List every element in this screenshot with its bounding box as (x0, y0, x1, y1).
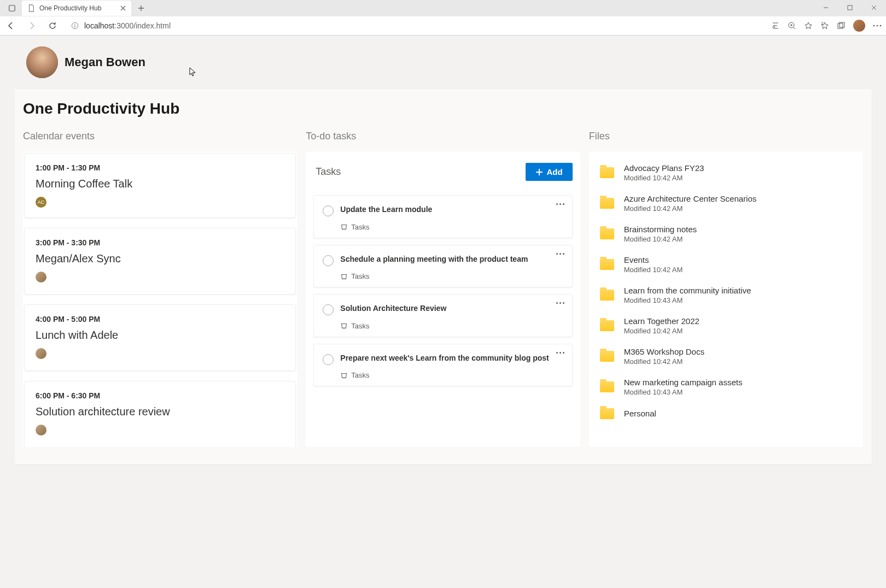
event-card[interactable]: 4:00 PM - 5:00 PM Lunch with Adele (24, 304, 296, 371)
user-header: Megan Bowen (0, 46, 886, 89)
file-name: Personal (624, 409, 656, 418)
user-name: Megan Bowen (65, 55, 145, 69)
zoom-icon[interactable] (788, 21, 796, 30)
site-info-icon[interactable] (71, 22, 79, 30)
task-complete-toggle[interactable] (323, 304, 334, 315)
event-title: Morning Coffee Talk (36, 178, 284, 190)
files-column: Files Advocacy Plans FY23 Modified 10:42… (589, 131, 863, 447)
close-window-button[interactable] (862, 0, 886, 15)
browser-tab[interactable]: One Productivity Hub (22, 1, 131, 16)
files-body: Advocacy Plans FY23 Modified 10:42 AM Az… (589, 152, 863, 447)
task-card[interactable]: Update the Learn module Tasks (313, 195, 572, 238)
task-title: Schedule a planning meeting with the pro… (340, 254, 563, 265)
task-more-button[interactable] (556, 302, 564, 304)
add-task-button[interactable]: Add (526, 163, 572, 181)
task-meta: Tasks (340, 322, 563, 330)
tab-title: One Productivity Hub (39, 4, 101, 12)
task-complete-toggle[interactable] (323, 354, 334, 365)
event-card[interactable]: 1:00 PM - 1:30 PM Morning Coffee Talk AC (24, 153, 296, 218)
file-modified: Modified 10:43 AM (624, 388, 743, 396)
folder-icon (600, 290, 614, 301)
file-row[interactable]: Events Modified 10:42 AM (598, 249, 854, 280)
folder-icon (600, 351, 614, 362)
file-modified: Modified 10:43 AM (624, 296, 751, 304)
plus-icon (535, 168, 543, 176)
file-row[interactable]: Azure Architecture Center Scenarios Modi… (598, 188, 854, 219)
file-modified: Modified 10:42 AM (624, 174, 704, 182)
more-menu-icon[interactable] (873, 25, 882, 27)
folder-icon (600, 228, 614, 239)
file-name: Learn from the community initiative (624, 286, 751, 295)
task-complete-toggle[interactable] (323, 205, 334, 216)
forward-button[interactable] (25, 19, 38, 32)
file-row[interactable]: Learn from the community initiative Modi… (598, 280, 854, 310)
file-name: Events (624, 255, 683, 264)
svg-rect-1 (848, 5, 852, 10)
attendee-avatar (36, 272, 46, 283)
address-bar[interactable]: localhost:3000/index.html (67, 17, 763, 34)
event-time: 6:00 PM - 6:30 PM (36, 391, 284, 400)
page-body: Megan Bowen One Productivity Hub Calenda… (0, 36, 886, 588)
file-row[interactable]: M365 Workshop Docs Modified 10:42 AM (598, 341, 854, 372)
file-row[interactable]: Brainstorming notes Modified 10:42 AM (598, 219, 854, 249)
file-modified: Modified 10:42 AM (624, 327, 700, 335)
event-time: 1:00 PM - 1:30 PM (36, 163, 284, 172)
file-row[interactable]: Advocacy Plans FY23 Modified 10:42 AM (598, 157, 854, 188)
file-name: M365 Workshop Docs (624, 347, 704, 356)
task-card[interactable]: Solution Architecture Review Tasks (313, 294, 572, 337)
maximize-button[interactable] (838, 0, 862, 15)
user-avatar[interactable] (26, 46, 58, 78)
svg-point-9 (877, 25, 878, 27)
attendee-initials: AC (36, 197, 46, 208)
calendar-column: Calendar events 1:00 PM - 1:30 PM Mornin… (23, 131, 297, 447)
event-card[interactable]: 3:00 PM - 3:30 PM Megan/Alex Sync (24, 228, 296, 295)
task-more-button[interactable] (556, 253, 564, 255)
favorites-list-icon[interactable] (820, 21, 829, 30)
browser-chrome: One Productivity Hub localhost:3000/ind (0, 0, 886, 36)
svg-point-3 (74, 24, 75, 25)
task-card[interactable]: Prepare next week's Learn from the commu… (313, 344, 572, 387)
minimize-button[interactable] (814, 0, 838, 15)
file-row[interactable]: Learn Together 2022 Modified 10:42 AM (598, 310, 854, 341)
task-more-button[interactable] (556, 352, 564, 354)
attendee-avatar (36, 348, 46, 359)
svg-text:A: A (772, 24, 776, 29)
calendar-body: 1:00 PM - 1:30 PM Morning Coffee Talk AC… (23, 152, 297, 447)
browser-toolbar: localhost:3000/index.html A (0, 16, 886, 35)
page-icon (27, 4, 35, 12)
task-title: Solution Architecture Review (340, 303, 563, 314)
new-tab-button[interactable] (133, 1, 149, 16)
file-name: New marketing campaign assets (624, 378, 743, 387)
tasks-group-title: Tasks (316, 166, 341, 178)
svg-rect-0 (9, 5, 15, 11)
close-tab-button[interactable] (120, 5, 126, 11)
tasks-column: To-do tasks Tasks Add Update the Learn m… (306, 131, 580, 447)
file-name: Brainstorming notes (624, 225, 697, 234)
file-modified: Modified 10:42 AM (624, 204, 757, 213)
calendar-header: Calendar events (23, 131, 297, 152)
task-more-button[interactable] (556, 203, 564, 205)
task-complete-toggle[interactable] (323, 255, 334, 266)
attendee-avatar (36, 425, 46, 436)
bucket-icon (340, 322, 348, 330)
file-row[interactable]: Personal (598, 402, 854, 425)
tasks-header: To-do tasks (306, 131, 580, 152)
task-card[interactable]: Schedule a planning meeting with the pro… (313, 245, 572, 288)
task-meta: Tasks (340, 272, 563, 280)
bucket-icon (340, 223, 348, 231)
add-button-label: Add (546, 167, 562, 177)
task-meta: Tasks (340, 371, 563, 379)
tab-actions-button[interactable] (4, 1, 20, 16)
event-card[interactable]: 6:00 PM - 6:30 PM Solution architecture … (24, 381, 296, 447)
event-title: Lunch with Adele (36, 329, 284, 342)
file-row[interactable]: New marketing campaign assets Modified 1… (598, 372, 854, 402)
back-button[interactable] (4, 19, 18, 32)
favorite-icon[interactable] (804, 21, 813, 30)
read-aloud-icon[interactable]: A (771, 21, 780, 30)
svg-rect-7 (840, 22, 844, 27)
collections-icon[interactable] (837, 21, 846, 30)
profile-avatar[interactable] (853, 20, 865, 32)
refresh-button[interactable] (46, 19, 59, 32)
tasks-body: Tasks Add Update the Learn module Tasks … (306, 152, 580, 447)
task-meta: Tasks (340, 223, 563, 231)
